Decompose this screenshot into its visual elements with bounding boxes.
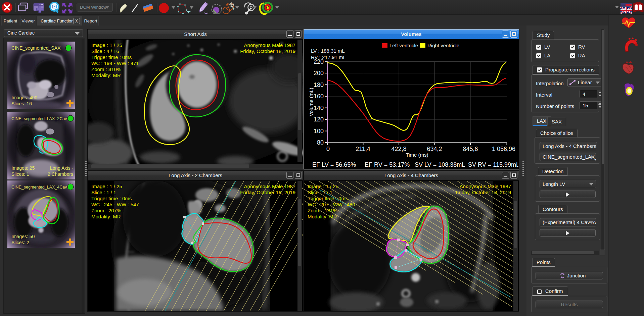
svg-text:Volume (mL): Volume (mL) (308, 88, 314, 116)
svg-text:WC : 245 - WW : 547: WC : 245 - WW : 547 (91, 202, 139, 207)
svg-text:Slice : 1 / 1: Slice : 1 / 1 (308, 190, 332, 195)
svg-text:Slice : 1 / 1: Slice : 1 / 1 (91, 190, 116, 195)
svg-text:120: 120 (314, 116, 324, 123)
svg-text:Modality: MR: Modality: MR (308, 214, 337, 219)
svg-text:2 Chambers: 2 Chambers (48, 171, 73, 177)
svg-text:Long Axis -: Long Axis - (50, 165, 74, 171)
svg-text:80: 80 (317, 139, 324, 146)
svg-text:DCM Window: DCM Window (80, 5, 107, 10)
svg-text:180: 180 (314, 82, 324, 88)
svg-text:SV RV = 115.99mL: SV RV = 115.99mL (468, 161, 518, 168)
svg-text:Slices: 2: Slices: 2 (11, 240, 29, 245)
svg-text:Slice : 4 / 16: Slice : 4 / 16 (91, 48, 119, 54)
svg-text:Anonymous Male 1987: Anonymous Male 1987 (244, 42, 295, 48)
svg-text:Slices: 1: Slices: 1 (11, 171, 29, 177)
svg-text:0: 0 (326, 146, 330, 152)
svg-text:634,2: 634,2 (427, 146, 442, 152)
svg-text:Zoom : 207%: Zoom : 207% (91, 208, 121, 213)
svg-text:WC : 207 - WW : 480: WC : 207 - WW : 480 (308, 202, 355, 207)
svg-text:Modality: MR: Modality: MR (91, 214, 121, 219)
svg-text:140: 140 (314, 105, 324, 111)
svg-text:845,6: 845,6 (463, 146, 478, 152)
svg-text:Left ventricle: Left ventricle (389, 43, 418, 48)
svg-text:220: 220 (314, 58, 324, 65)
svg-text:Zoom : 181%: Zoom : 181% (308, 208, 337, 213)
svg-text:WC : 194 - WW : 471: WC : 194 - WW : 471 (91, 60, 139, 66)
svg-text:LV : 188.31 mL: LV : 188.31 mL (311, 48, 345, 54)
svg-text:Friday, October 18, 2019: Friday, October 18, 2019 (240, 48, 295, 54)
svg-text:CINE_segmented_LAX_2Cav: CINE_segmented_LAX_2Cav (11, 116, 67, 121)
svg-text:Right ventricle: Right ventricle (427, 43, 459, 48)
svg-text:1 056,96: 1 056,96 (492, 146, 515, 152)
svg-text:Modality: MR: Modality: MR (91, 72, 121, 78)
svg-text:EF RV = 53.17%: EF RV = 53.17% (365, 161, 410, 168)
svg-text:Anonymous Male 1987: Anonymous Male 1987 (244, 183, 295, 189)
svg-text:Trigger time : 0ms: Trigger time : 0ms (308, 196, 348, 201)
svg-text:200: 200 (314, 70, 324, 76)
svg-text:Trigger time : 0ms: Trigger time : 0ms (91, 196, 132, 201)
svg-text:Images: 400: Images: 400 (11, 95, 37, 100)
svg-text:Time (ms): Time (ms) (406, 152, 428, 158)
svg-text:211,4: 211,4 (356, 146, 370, 152)
svg-text:1:1: 1:1 (51, 5, 57, 9)
svg-text:EF LV = 56.65%: EF LV = 56.65% (312, 161, 356, 168)
svg-text:SV LV = 108.38mL: SV LV = 108.38mL (415, 161, 465, 168)
svg-text:160: 160 (314, 93, 324, 100)
svg-text:100: 100 (314, 128, 324, 135)
svg-text:CINE_segmented_SAX: CINE_segmented_SAX (11, 45, 61, 51)
svg-text:Friday, October 18, 2019: Friday, October 18, 2019 (240, 190, 295, 195)
svg-text:Trigger time : 0ms: Trigger time : 0ms (91, 54, 132, 60)
svg-text:Slices: 16: Slices: 16 (11, 101, 32, 106)
svg-text:422,8: 422,8 (391, 146, 406, 152)
svg-text:Anonymous Male 1987: Anonymous Male 1987 (460, 183, 511, 189)
svg-text:Images: 50: Images: 50 (11, 234, 35, 239)
svg-text:Images: 25: Images: 25 (11, 165, 35, 171)
svg-text:Zoom : 310%: Zoom : 310% (91, 66, 121, 72)
svg-text:Image : 1 / 25: Image : 1 / 25 (91, 183, 122, 189)
svg-text:Image : 1 / 25: Image : 1 / 25 (308, 183, 338, 189)
svg-text:Image : 1 / 25: Image : 1 / 25 (91, 42, 122, 48)
svg-text:Friday, October 18, 2019: Friday, October 18, 2019 (456, 190, 511, 195)
svg-text:CINE_segmented_LAX_4Cav: CINE_segmented_LAX_4Cav (11, 185, 67, 190)
